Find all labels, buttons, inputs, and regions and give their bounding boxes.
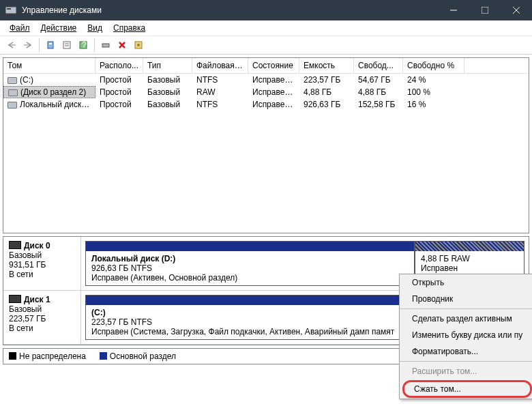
back-button[interactable] [4, 38, 19, 53]
drive-icon [8, 77, 17, 84]
disk-info: Диск 0Базовый931,51 ГБВ сети [3, 237, 81, 290]
cell: Базовый [143, 87, 192, 98]
cell: (Диск 0 раздел 2) [3, 86, 95, 98]
drive-icon [8, 89, 18, 96]
drive-icon [8, 102, 17, 109]
ctx-open[interactable]: Открыть [400, 274, 532, 291]
cell: NTFS [192, 74, 248, 85]
column-header[interactable]: Том [3, 58, 95, 73]
cell: 100 % [403, 87, 464, 98]
menu-view[interactable]: Вид [83, 22, 106, 34]
partition[interactable]: Локальный диск (D:)926,63 ГБ NTFSИсправе… [85, 241, 415, 286]
disk-icon [9, 241, 21, 249]
svg-rect-15 [102, 44, 109, 47]
column-header[interactable]: Файловая с... [192, 58, 248, 73]
settings-icon[interactable] [131, 38, 146, 53]
toolbar: ? [0, 35, 532, 55]
legend-primary: Основной раздел [110, 351, 176, 361]
cell: Локальный диск (... [3, 99, 95, 110]
forward-button[interactable] [20, 38, 35, 53]
partition-cap [86, 242, 414, 251]
partition-body: Локальный диск (D:)926,63 ГБ NTFSИсправе… [86, 251, 414, 285]
column-header[interactable]: Емкость [299, 58, 354, 73]
cell: Базовый [143, 74, 192, 85]
svg-rect-8 [48, 42, 53, 48]
svg-rect-9 [49, 43, 52, 44]
title-bar: Управление дисками [0, 0, 532, 20]
svg-rect-3 [482, 7, 488, 14]
cell: 4,88 ГБ [299, 87, 354, 98]
svg-rect-1 [7, 8, 11, 10]
ctx-shrink-volume[interactable]: Сжать том... [402, 380, 532, 398]
cell: RAW [192, 87, 248, 98]
table-header: ТомРасполо...ТипФайловая с...СостояниеЕм… [3, 58, 529, 74]
table-row[interactable]: (Диск 0 раздел 2)ПростойБазовыйRAWИсправ… [3, 86, 529, 98]
menu-bar: Файл Действие Вид Справка [0, 20, 532, 35]
partition-cap [415, 242, 524, 251]
cell: Простой [95, 87, 143, 98]
cell: Исправен... [248, 87, 299, 98]
table-row[interactable]: Локальный диск (...ПростойБазовыйNTFSИсп… [3, 98, 529, 111]
context-menu: Открыть Проводник Сделать раздел активны… [399, 274, 532, 399]
cell: NTFS [192, 99, 248, 110]
app-icon [5, 5, 16, 15]
refresh-icon[interactable] [43, 38, 58, 53]
window-title: Управление дисками [22, 5, 438, 15]
tool-icon[interactable] [98, 38, 113, 53]
disk-info: Диск 1Базовый223,57 ГБВ сети [3, 291, 81, 344]
ctx-explorer[interactable]: Проводник [400, 291, 532, 307]
svg-rect-0 [5, 7, 16, 14]
ctx-format[interactable]: Форматировать... [400, 343, 532, 360]
svg-point-19 [137, 44, 140, 46]
cell: Базовый [143, 99, 192, 110]
cell: 24 % [403, 74, 464, 85]
column-header[interactable]: Располо... [95, 58, 143, 73]
cell: 4,88 ГБ [354, 87, 403, 98]
column-header[interactable]: Свободно % [403, 58, 464, 73]
menu-action[interactable]: Действие [37, 22, 81, 34]
legend-unallocated: Не распределена [19, 351, 86, 361]
table-row[interactable]: (C:)ПростойБазовыйNTFSИсправен...223,57 … [3, 74, 529, 86]
column-header[interactable]: Состояние [248, 58, 299, 73]
maximize-button[interactable] [469, 0, 501, 20]
column-header[interactable]: Тип [143, 58, 192, 73]
svg-text:?: ? [82, 40, 87, 50]
cell: (C:) [3, 74, 95, 85]
volume-table: ТомРасполо...ТипФайловая с...СостояниеЕм… [3, 57, 529, 233]
cell: Исправен... [248, 74, 299, 85]
ctx-make-active[interactable]: Сделать раздел активным [400, 311, 532, 327]
cell: 54,67 ГБ [354, 74, 403, 85]
cell: 152,58 ГБ [354, 99, 403, 110]
delete-icon[interactable] [115, 38, 130, 53]
column-header[interactable]: Свобод... [354, 58, 403, 73]
disk-icon [9, 295, 21, 303]
menu-help[interactable]: Справка [109, 22, 149, 34]
close-button[interactable] [501, 0, 532, 20]
cell: Исправен... [248, 99, 299, 110]
cell: 223,57 ГБ [299, 74, 354, 85]
ctx-extend-volume: Расширить том... [400, 363, 532, 379]
help-icon[interactable]: ? [76, 38, 91, 53]
properties-icon[interactable] [59, 38, 74, 53]
svg-rect-10 [63, 42, 70, 48]
ctx-change-letter[interactable]: Изменить букву диска или пу [400, 327, 532, 343]
cell: 926,63 ГБ [299, 99, 354, 110]
cell: 16 % [403, 99, 464, 110]
menu-file[interactable]: Файл [5, 22, 34, 34]
cell: Простой [95, 99, 143, 110]
minimize-button[interactable] [438, 0, 469, 20]
cell: Простой [95, 74, 143, 85]
